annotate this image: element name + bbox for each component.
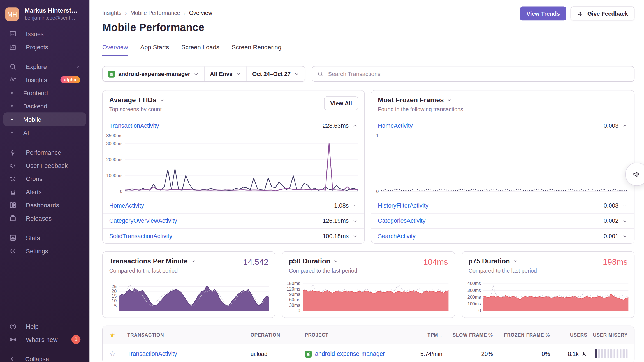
tab-app-starts[interactable]: App Starts <box>140 43 169 56</box>
sidebar-item-mobile[interactable]: Mobile <box>3 112 86 126</box>
tpm-dropdown[interactable]: Transactions Per Minute <box>109 257 196 265</box>
table-header: ★ TRANSACTION OPERATION PROJECT TPM↓ SLO… <box>103 326 634 344</box>
megaphone-icon <box>633 170 641 178</box>
chevron-down-icon[interactable] <box>352 218 358 224</box>
page-filter-bar: android-expense-manager All Envs Oct 24–… <box>102 66 305 82</box>
tpm-sort-header[interactable]: TPM↓ <box>399 333 443 338</box>
user-icon <box>581 351 587 357</box>
view-trends-button[interactable]: View Trends <box>520 6 566 20</box>
p75-dropdown[interactable]: p75 Duration <box>469 257 537 265</box>
chevron-down-icon[interactable] <box>622 233 627 239</box>
ttid-row-solid-transaction-activity: SolidTransactionActivity 100.18ms <box>103 228 364 243</box>
wave-icon <box>9 76 17 83</box>
svg-text:120ms: 120ms <box>287 286 300 291</box>
frozen-row-categories-activity: CategoriesActivity 0.002 <box>371 213 634 228</box>
search-activity-link[interactable]: SearchActivity <box>378 233 416 239</box>
frozen-row-history-filter-activity: HistoryFilterActivity 0.003 <box>371 198 634 213</box>
date-range-filter[interactable]: Oct 24–Oct 27 <box>247 66 305 81</box>
sidebar: MH Markus Hinterst… benjamin.coe@sent… I… <box>0 0 89 362</box>
search-icon <box>9 62 17 70</box>
search-transactions-input[interactable] <box>327 70 629 77</box>
ttid-row-transaction-activity: TransactionActivity 228.63ms <box>103 118 364 133</box>
tab-screen-rendering[interactable]: Screen Rendering <box>232 43 281 56</box>
sidebar-item-whats-new[interactable]: What's new 1 <box>0 333 89 346</box>
user-name: Markus Hinterst… <box>25 7 77 15</box>
svg-text:100ms: 100ms <box>467 301 481 306</box>
star-toggle-icon[interactable]: ☆ <box>109 349 127 358</box>
sidebar-item-issues[interactable]: Issues <box>0 27 89 40</box>
sidebar-item-stats[interactable]: Stats <box>0 231 89 244</box>
svg-text:1000ms: 1000ms <box>106 173 122 178</box>
sidebar-item-backend[interactable]: Backend <box>0 99 89 112</box>
clock-icon <box>9 175 17 182</box>
category-overview-activity-link[interactable]: CategoryOverviewActivity <box>109 217 177 224</box>
svg-text:60ms: 60ms <box>289 297 300 302</box>
sidebar-collapse-button[interactable]: Collapse <box>0 352 89 362</box>
sidebar-item-projects[interactable]: Projects <box>0 40 89 54</box>
star-icon[interactable]: ★ <box>109 331 127 339</box>
sidebar-item-dashboards[interactable]: Dashboards <box>0 198 89 212</box>
home-activity-link[interactable]: HomeActivity <box>109 202 144 209</box>
sidebar-item-help[interactable]: Help <box>0 320 89 333</box>
sidebar-item-user-feedback[interactable]: User Feedback <box>0 159 89 172</box>
sidebar-item-performance[interactable]: Performance <box>0 146 89 159</box>
project-link[interactable]: android-expense-manager <box>315 351 385 357</box>
main-content: Insights › Mobile Performance › Overview… <box>89 0 644 362</box>
user-menu[interactable]: MH Markus Hinterst… benjamin.coe@sent… <box>0 0 89 27</box>
bar-chart-icon <box>9 234 17 242</box>
chevron-down-icon[interactable] <box>622 218 627 224</box>
breadcrumb-insights[interactable]: Insights <box>102 10 121 16</box>
average-ttid-dropdown[interactable]: Average TTIDs <box>109 96 358 104</box>
chevron-down-icon[interactable] <box>352 203 358 208</box>
chevron-up-icon[interactable] <box>352 123 358 128</box>
sidebar-item-explore[interactable]: Explore <box>0 60 89 73</box>
history-filter-activity-link[interactable]: HistoryFilterActivity <box>378 202 428 209</box>
tab-screen-loads[interactable]: Screen Loads <box>181 43 219 56</box>
chevron-down-icon[interactable] <box>622 203 627 208</box>
svg-text:2000ms: 2000ms <box>106 157 122 162</box>
chevron-down-icon <box>191 259 196 264</box>
most-frozen-frames-chart: 10 <box>372 134 629 195</box>
svg-text:0: 0 <box>120 189 122 194</box>
sidebar-item-alerts[interactable]: Alerts <box>0 185 89 198</box>
help-icon <box>9 322 17 330</box>
give-feedback-button[interactable]: Give Feedback <box>571 6 634 20</box>
chevron-down-icon <box>333 259 339 264</box>
svg-text:90ms: 90ms <box>289 292 300 297</box>
home-activity-link[interactable]: HomeActivity <box>378 122 413 129</box>
siren-icon <box>9 188 17 196</box>
breadcrumb-mobile-performance[interactable]: Mobile Performance <box>130 10 180 16</box>
megaphone-icon <box>577 10 584 17</box>
most-frozen-frames-dropdown[interactable]: Most Frozen Frames <box>378 96 627 104</box>
view-all-button[interactable]: View All <box>324 96 358 110</box>
chevron-down-icon[interactable] <box>352 233 358 239</box>
megaphone-icon <box>9 161 17 169</box>
sidebar-item-frontend[interactable]: Frontend <box>0 86 89 99</box>
sidebar-item-ai[interactable]: AI <box>0 126 89 139</box>
svg-text:200ms: 200ms <box>467 294 481 300</box>
p50-duration-card: p50 Duration Compared to the last period… <box>282 251 455 318</box>
transaction-activity-link[interactable]: TransactionActivity <box>109 122 159 129</box>
p50-dropdown[interactable]: p50 Duration <box>289 257 357 265</box>
sidebar-item-insights[interactable]: Insights alpha <box>0 73 89 86</box>
p50-chart: 150ms120ms90ms60ms30ms0 <box>286 282 450 314</box>
categories-activity-link[interactable]: CategoriesActivity <box>378 217 425 224</box>
chevron-up-icon[interactable] <box>622 123 627 128</box>
sidebar-item-releases[interactable]: Releases <box>0 211 89 224</box>
environment-filter[interactable]: All Envs <box>204 66 246 81</box>
frozen-row-home-activity: HomeActivity 0.003 <box>371 118 634 133</box>
p75-duration-card: p75 Duration Compared to the last period… <box>462 251 634 318</box>
frozen-row-search-activity: SearchActivity 0.001 <box>371 228 634 243</box>
solid-transaction-activity-link[interactable]: SolidTransactionActivity <box>109 233 172 239</box>
sidebar-item-crons[interactable]: Crons <box>0 172 89 185</box>
svg-text:30ms: 30ms <box>289 303 300 308</box>
tab-overview[interactable]: Overview <box>102 43 128 56</box>
chevron-down-icon <box>193 71 199 76</box>
sidebar-item-settings[interactable]: Settings <box>0 244 89 257</box>
chevron-up-icon <box>75 77 81 83</box>
svg-text:0: 0 <box>478 308 481 313</box>
project-filter[interactable]: android-expense-manager <box>103 66 204 81</box>
transaction-activity-link[interactable]: TransactionActivity <box>127 351 251 357</box>
inbox-icon <box>9 30 17 38</box>
p75-value: 198ms <box>603 257 627 266</box>
